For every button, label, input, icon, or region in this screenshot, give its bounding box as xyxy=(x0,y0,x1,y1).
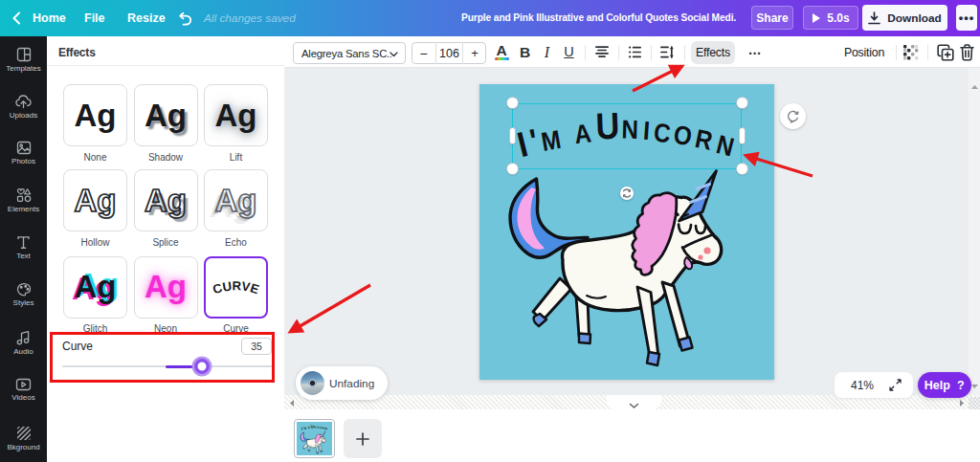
svg-text:CURVE: CURVE xyxy=(211,278,260,297)
